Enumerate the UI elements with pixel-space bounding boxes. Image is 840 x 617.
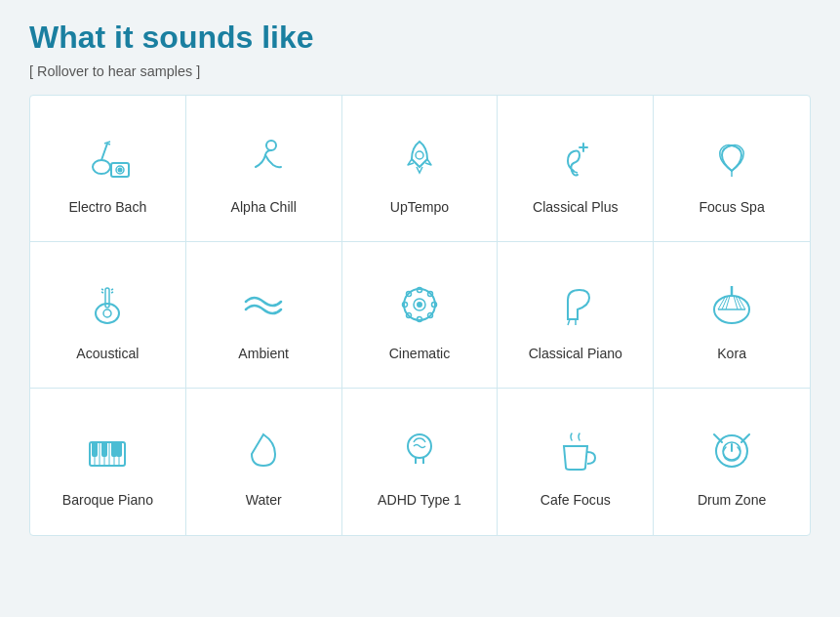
grid-item-acoustical[interactable]: Acoustical xyxy=(30,242,186,389)
focus-spa-label: Focus Spa xyxy=(699,199,764,215)
alpha-chill-label: Alpha Chill xyxy=(231,199,297,215)
acoustical-icon xyxy=(73,275,141,334)
svg-line-18 xyxy=(101,292,103,293)
grid-item-uptempo[interactable]: UpTempo xyxy=(342,96,499,242)
grid-item-electro-bach[interactable]: Electro Bach xyxy=(30,96,186,242)
cafe-focus-icon xyxy=(541,422,610,480)
grid-item-cafe-focus[interactable]: Cafe Focus xyxy=(498,389,654,535)
svg-line-17 xyxy=(111,289,113,290)
grid-item-kora[interactable]: Kora xyxy=(654,242,810,389)
svg-rect-52 xyxy=(112,442,116,456)
baroque-piano-label: Baroque Piano xyxy=(62,492,153,508)
grid-item-ambient[interactable]: Ambient xyxy=(186,242,342,389)
drum-zone-icon xyxy=(698,422,766,480)
electro-bach-icon xyxy=(73,129,141,187)
svg-point-13 xyxy=(96,304,119,323)
kora-icon xyxy=(698,275,766,334)
svg-line-60 xyxy=(714,434,722,442)
grid-item-classical-piano[interactable]: Classical Piano xyxy=(498,242,654,389)
svg-line-19 xyxy=(111,292,113,293)
kora-label: Kora xyxy=(717,346,746,361)
grid-item-alpha-chill[interactable]: Alpha Chill xyxy=(186,96,342,242)
grid-item-water[interactable]: Water xyxy=(186,389,342,535)
svg-rect-50 xyxy=(93,442,97,456)
grid-item-baroque-piano[interactable]: Baroque Piano xyxy=(30,389,186,535)
alpha-chill-icon xyxy=(229,129,298,187)
classical-plus-icon xyxy=(541,129,610,187)
svg-point-8 xyxy=(416,151,423,159)
svg-point-14 xyxy=(103,309,111,317)
grid-item-classical-plus[interactable]: Classical Plus xyxy=(498,96,654,242)
adhd-type-1-icon xyxy=(385,422,454,480)
sound-grid: Electro Bach Alpha Chill xyxy=(29,95,811,536)
svg-line-61 xyxy=(741,434,749,442)
grid-item-adhd-type-1[interactable]: ADHD Type 1 xyxy=(342,389,499,535)
ambient-icon xyxy=(229,275,298,334)
classical-piano-icon xyxy=(541,275,610,334)
electro-bach-label: Electro Bach xyxy=(68,199,146,215)
cinematic-icon xyxy=(385,275,454,334)
focus-spa-icon xyxy=(698,129,766,187)
svg-point-0 xyxy=(93,160,110,174)
ambient-label: Ambient xyxy=(238,346,289,361)
adhd-type-1-label: ADHD Type 1 xyxy=(378,492,461,508)
grid-item-focus-spa[interactable]: Focus Spa xyxy=(654,96,810,242)
water-icon xyxy=(229,422,298,480)
svg-line-3 xyxy=(107,144,110,144)
baroque-piano-icon xyxy=(73,422,141,480)
svg-rect-53 xyxy=(117,442,121,456)
uptempo-icon xyxy=(385,129,454,187)
svg-line-16 xyxy=(101,289,103,290)
grid-item-drum-zone[interactable]: Drum Zone xyxy=(654,389,810,535)
water-label: Water xyxy=(246,492,282,508)
uptempo-label: UpTempo xyxy=(390,199,449,215)
svg-point-6 xyxy=(119,168,122,171)
svg-line-2 xyxy=(104,142,110,144)
grid: Electro Bach Alpha Chill xyxy=(30,96,810,535)
svg-line-1 xyxy=(101,144,107,160)
subtitle: [ Rollover to hear samples ] xyxy=(29,63,811,79)
acoustical-label: Acoustical xyxy=(76,346,139,361)
cafe-focus-label: Cafe Focus xyxy=(540,492,611,508)
cinematic-label: Cinematic xyxy=(389,346,451,361)
svg-point-7 xyxy=(266,141,276,150)
drum-zone-label: Drum Zone xyxy=(698,492,766,508)
classical-plus-label: Classical Plus xyxy=(533,199,619,215)
page-title: What it sounds like xyxy=(29,20,811,56)
grid-item-cinematic[interactable]: Cinematic xyxy=(342,242,499,389)
classical-piano-label: Classical Piano xyxy=(529,346,622,361)
svg-point-22 xyxy=(418,303,421,307)
svg-rect-51 xyxy=(102,442,106,456)
